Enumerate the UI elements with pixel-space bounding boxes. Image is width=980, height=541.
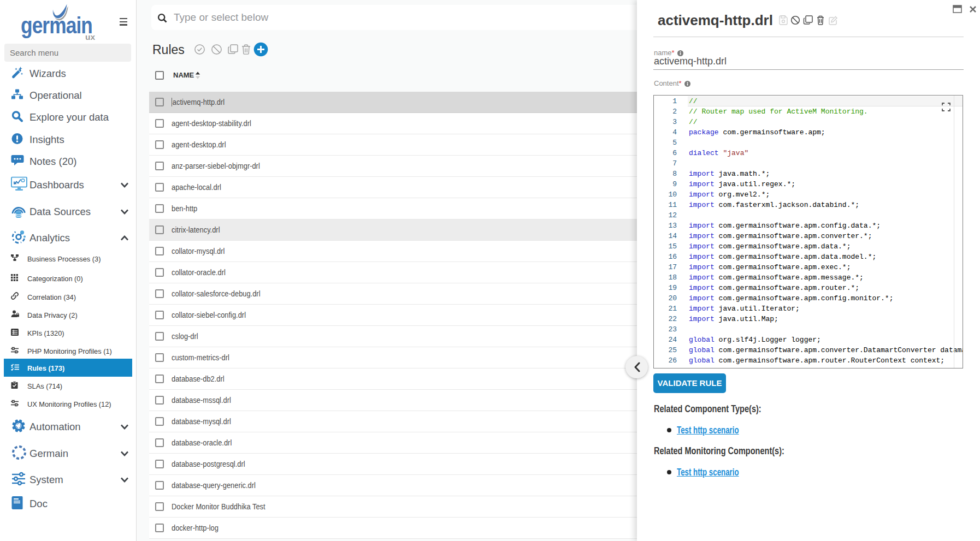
svg-text:ux: ux bbox=[85, 32, 95, 41]
svg-text:germain: germain bbox=[21, 13, 93, 38]
